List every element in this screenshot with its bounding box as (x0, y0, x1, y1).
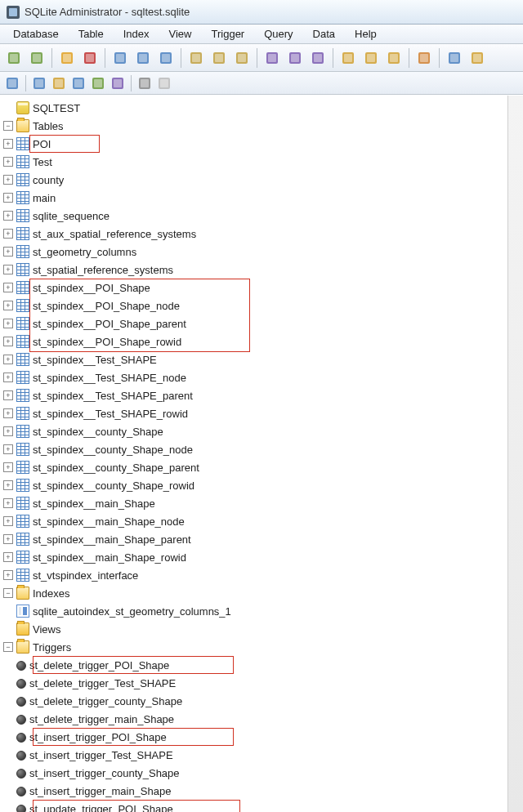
tree-panel[interactable]: SQLTESTTablesPOITestcountymainsqlite_seq… (0, 95, 523, 812)
save-icon[interactable] (444, 47, 465, 69)
table-main[interactable]: main (0, 189, 523, 207)
trigger-st_insert_trigger_county_Shape[interactable]: st_insert_trigger_county_Shape (0, 764, 523, 782)
trigger-st_insert_trigger_main_Shape[interactable]: st_insert_trigger_main_Shape (0, 782, 523, 800)
expander-icon[interactable] (3, 462, 13, 472)
table-st_spindex__POI_Shape_node[interactable]: st_spindex__POI_Shape_node (0, 297, 523, 315)
expander-icon[interactable] (3, 337, 13, 346)
vacuum-icon[interactable] (337, 47, 359, 69)
table-st_spindex__main_Shape[interactable]: st_spindex__main_Shape (0, 494, 523, 512)
tree-icon[interactable] (3, 74, 21, 92)
table-st_spindex__Test_SHAPE_node[interactable]: st_spindex__Test_SHAPE_node (0, 368, 523, 386)
expander-icon[interactable] (3, 247, 13, 257)
expander-icon[interactable] (3, 390, 13, 400)
compact-icon[interactable] (360, 47, 382, 69)
folder-triggers[interactable]: Triggers (0, 638, 523, 656)
table-county[interactable]: county (0, 171, 523, 189)
schema-icon[interactable] (262, 47, 283, 69)
table-st_spindex__main_Shape_node[interactable]: st_spindex__main_Shape_node (0, 512, 523, 530)
menu-trigger[interactable]: Trigger (202, 26, 255, 42)
grid-icon[interactable] (110, 47, 131, 69)
expander-icon[interactable] (3, 373, 13, 382)
menu-index[interactable]: Index (114, 26, 159, 42)
menu-data[interactable]: Data (303, 26, 345, 42)
detail-icon[interactable] (109, 74, 127, 92)
menu-database[interactable]: Database (3, 26, 69, 42)
expander-icon[interactable] (3, 229, 13, 239)
table-st_spindex__Test_SHAPE[interactable]: st_spindex__Test_SHAPE (0, 350, 523, 368)
expander-icon[interactable] (3, 642, 13, 652)
page-icon[interactable] (136, 74, 154, 92)
expander-icon[interactable] (3, 175, 13, 185)
sql-export-icon[interactable] (231, 47, 253, 69)
table-st_spindex__Test_SHAPE_parent[interactable]: st_spindex__Test_SHAPE_parent (0, 386, 523, 404)
trigger-st_update_trigger_POI_Shape[interactable]: st_update_trigger_POI_Shape (0, 800, 523, 812)
col-icon[interactable] (89, 74, 107, 92)
table-st_spatial_reference_systems[interactable]: st_spatial_reference_systems (0, 261, 523, 279)
expander-icon[interactable] (3, 139, 13, 149)
menu-view[interactable]: View (159, 26, 202, 42)
refresh-icon[interactable] (56, 47, 78, 69)
blank-icon[interactable] (155, 74, 173, 92)
expander-icon[interactable] (3, 570, 13, 580)
schema-plus-icon[interactable] (284, 47, 306, 69)
expander-icon[interactable] (3, 193, 13, 203)
menu-query[interactable]: Query (254, 26, 302, 42)
menu-table[interactable]: Table (69, 26, 114, 42)
table-Test[interactable]: Test (0, 153, 523, 171)
trigger-st_insert_trigger_Test_SHAPE[interactable]: st_insert_trigger_Test_SHAPE (0, 746, 523, 764)
table-st_spindex__county_Shape[interactable]: st_spindex__county_Shape (0, 422, 523, 440)
expander-icon[interactable] (3, 588, 13, 598)
export-icon[interactable] (413, 47, 435, 69)
expander-icon[interactable] (3, 211, 13, 221)
folder-views[interactable]: Views (0, 620, 523, 638)
table-st_spindex__POI_Shape_rowid[interactable]: st_spindex__POI_Shape_rowid (0, 332, 523, 350)
expander-icon[interactable] (3, 301, 13, 310)
expander-icon[interactable] (3, 426, 13, 436)
table-st_spindex__county_Shape_parent[interactable]: st_spindex__county_Shape_parent (0, 458, 523, 476)
expander-icon[interactable] (3, 552, 13, 562)
table-POI[interactable]: POI (0, 135, 523, 153)
grid-form-icon[interactable] (155, 47, 177, 69)
table-st_spindex__POI_Shape_parent[interactable]: st_spindex__POI_Shape_parent (0, 315, 523, 332)
trigger-st_delete_trigger_Test_SHAPE[interactable]: st_delete_trigger_Test_SHAPE (0, 674, 523, 692)
folder-indexes[interactable]: Indexes (0, 584, 523, 602)
table-st_spindex__county_Shape_rowid[interactable]: st_spindex__county_Shape_rowid (0, 476, 523, 494)
db-remove-icon[interactable] (26, 47, 47, 69)
trigger-st_insert_trigger_POI_Shape[interactable]: st_insert_trigger_POI_Shape (0, 728, 523, 746)
table-st_spindex__Test_SHAPE_rowid[interactable]: st_spindex__Test_SHAPE_rowid (0, 404, 523, 422)
expander-icon[interactable] (3, 319, 13, 328)
table-st_spindex__POI_Shape[interactable]: st_spindex__POI_Shape (0, 279, 523, 297)
table-st_spindex__main_Shape_parent[interactable]: st_spindex__main_Shape_parent (0, 530, 523, 548)
db-add-icon[interactable] (3, 47, 25, 69)
menu-help[interactable]: Help (345, 26, 387, 42)
table-st_aux_spatial_reference_systems[interactable]: st_aux_spatial_reference_systems (0, 225, 523, 243)
expander-icon[interactable] (3, 534, 13, 544)
expander-icon[interactable] (3, 265, 13, 274)
expander-icon[interactable] (3, 121, 13, 131)
expander-icon[interactable] (3, 283, 13, 292)
table-st_vtspindex_interface[interactable]: st_vtspindex_interface (0, 566, 523, 584)
table-st_geometry_columns[interactable]: st_geometry_columns (0, 243, 523, 261)
trigger-st_delete_trigger_POI_Shape[interactable]: st_delete_trigger_POI_Shape (0, 656, 523, 674)
cancel-icon[interactable] (79, 47, 101, 69)
folder-tables[interactable]: Tables (0, 117, 523, 135)
expander-icon[interactable] (3, 157, 13, 167)
form-view-icon[interactable] (50, 74, 68, 92)
expander-icon[interactable] (3, 444, 13, 454)
card-view-icon[interactable] (69, 74, 87, 92)
expander-icon[interactable] (3, 480, 13, 490)
grid-edit-icon[interactable] (132, 47, 154, 69)
reload-icon[interactable] (467, 47, 488, 69)
expander-icon[interactable] (3, 408, 13, 418)
trigger-st_delete_trigger_county_Shape[interactable]: st_delete_trigger_county_Shape (0, 692, 523, 710)
trigger-st_delete_trigger_main_Shape[interactable]: st_delete_trigger_main_Shape (0, 710, 523, 728)
schema-minus-icon[interactable] (307, 47, 329, 69)
expander-icon[interactable] (3, 516, 13, 526)
analyze-icon[interactable] (383, 47, 405, 69)
tree-root[interactable]: SQLTEST (0, 99, 523, 117)
expander-icon[interactable] (3, 355, 13, 364)
sql-run-icon[interactable] (208, 47, 230, 69)
sql-icon[interactable] (186, 47, 207, 69)
grid-view-icon[interactable] (30, 74, 48, 92)
table-st_spindex__main_Shape_rowid[interactable]: st_spindex__main_Shape_rowid (0, 548, 523, 566)
